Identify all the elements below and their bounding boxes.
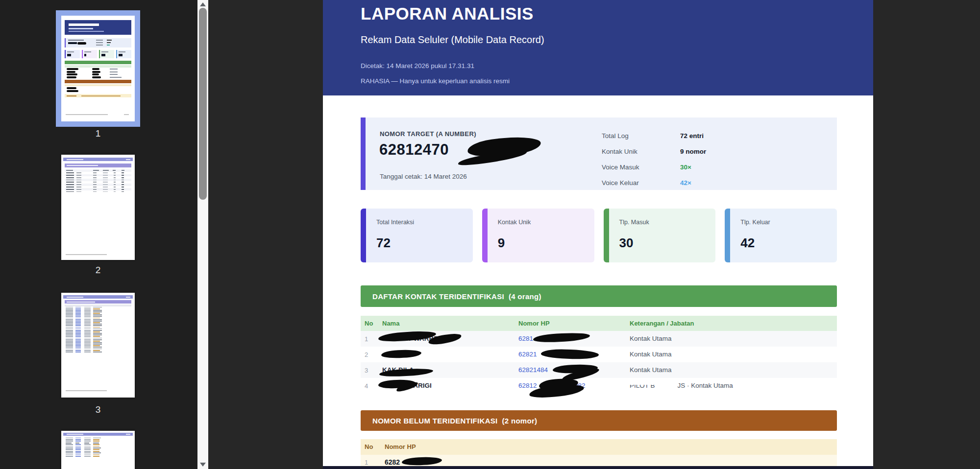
row-phone-link[interactable]: 6281	[518, 335, 533, 342]
row-note: Kontak Utama	[630, 351, 672, 358]
page-bottom-edge	[323, 466, 873, 469]
stat-value: 9 nomor	[680, 148, 706, 155]
row-no: 3	[365, 367, 368, 374]
card-kontak-unik: Kontak Unik 9	[482, 209, 594, 262]
thumbnail-panel: 1 2 3	[0, 0, 197, 469]
card-value: 9	[498, 235, 505, 251]
col-nomor-hp: Nomor HP	[518, 320, 550, 327]
thumbnail-page-3-number[interactable]: 3	[56, 404, 140, 415]
table-row: 1 MBET WARBE 6281 Kontak Utama	[361, 331, 837, 347]
stat-label: Kontak Unik	[602, 148, 680, 155]
redaction-cover	[629, 380, 656, 385]
classification-line: RAHASIA — Hanya untuk keperluan analisis…	[361, 77, 510, 85]
thumbnail-page-4[interactable]	[61, 431, 135, 469]
row-no: 1	[365, 335, 368, 343]
row-phone: 6282	[385, 458, 400, 466]
row-note: Kontak Utama	[630, 335, 672, 342]
table-row: 3 KAK DILA 62821484 Kontak Utama	[361, 362, 837, 378]
scroll-up-icon[interactable]	[200, 2, 206, 6]
card-total-interaksi: Total Interaksi 72	[361, 209, 473, 262]
target-print-date: Tanggal cetak: 14 Maret 2026	[380, 173, 467, 180]
printed-line: Dicetak: 14 Maret 2026 pukul 17.31.31	[361, 62, 474, 70]
stat-value: 42×	[680, 179, 691, 187]
unidentified-table-header: No Nomor HP	[361, 439, 837, 455]
table-row: 2 62821 Kontak Utama	[361, 347, 837, 362]
col-nomor-hp: Nomor HP	[385, 443, 416, 450]
card-tlp-keluar: Tlp. Keluar 42	[725, 209, 837, 262]
card-label: Tlp. Masuk	[619, 219, 649, 226]
scroll-down-icon[interactable]	[200, 463, 206, 467]
scrollbar-thumb[interactable]	[199, 8, 207, 200]
report-subtitle: Rekam Data Seluler (Mobile Data Record)	[361, 34, 544, 46]
thumbnail-rows	[65, 68, 131, 78]
stat-value: 30×	[680, 164, 691, 171]
contacts-section-header: DAFTAR KONTAK TERIDENTIFIKASI (4 orang)	[361, 285, 837, 307]
stat-row: Total Log 72 entri	[602, 128, 832, 143]
table-row: 4 MARIGI 62812 282 PILOT BJS · Kontak Ut…	[361, 378, 837, 394]
target-number-box: NOMOR TARGET (A NUMBER) 62812470 Tanggal…	[361, 117, 837, 190]
row-phone-link[interactable]: 62812	[518, 382, 537, 389]
stat-row: Voice Masuk 30×	[602, 159, 832, 175]
stat-row: Kontak Unik 9 nomor	[602, 143, 832, 159]
thumbnail-page-2-number[interactable]: 2	[56, 265, 140, 276]
row-phone-link[interactable]: 62821484	[518, 366, 548, 374]
thumbnail-page-1-number[interactable]: 1	[56, 128, 140, 139]
stat-row: Voice Keluar 42×	[602, 175, 832, 190]
row-no: 1	[365, 459, 368, 466]
row-note: Kontak Utama	[630, 366, 672, 374]
stat-label: Total Log	[602, 132, 680, 140]
contacts-table-header: No Nama Nomor HP Keterangan / Jabatan	[361, 316, 837, 331]
card-label: Total Interaksi	[376, 219, 414, 226]
stat-label: Voice Keluar	[602, 179, 680, 187]
card-tlp-masuk: Tlp. Masuk 30	[604, 209, 716, 262]
document-page: LAPORAN ANALISIS Rekam Data Seluler (Mob…	[323, 0, 873, 469]
row-note: PILOT BJS · Kontak Utama	[630, 382, 733, 389]
redaction-mark	[381, 350, 422, 359]
report-title: LAPORAN ANALISIS	[361, 4, 534, 23]
redaction-mark	[529, 383, 585, 399]
card-label: Kontak Unik	[498, 219, 531, 226]
card-value: 30	[619, 235, 634, 251]
card-value: 42	[740, 235, 755, 251]
row-phone-link[interactable]: 62821	[518, 351, 537, 358]
row-no: 2	[365, 351, 368, 358]
report-header: LAPORAN ANALISIS Rekam Data Seluler (Mob…	[323, 0, 873, 95]
target-stats: Total Log 72 entri Kontak Unik 9 nomor V…	[602, 128, 832, 190]
contacts-section-title: DAFTAR KONTAK TERIDENTIFIKASI (4 orang)	[361, 292, 541, 301]
col-no: No	[365, 320, 373, 327]
stat-label: Voice Masuk	[602, 164, 680, 171]
summary-cards: Total Interaksi 72 Kontak Unik 9 Tlp. Ma…	[361, 209, 837, 262]
stat-value: 72 entri	[680, 132, 704, 140]
thumbnail-page-2[interactable]	[61, 155, 135, 260]
row-no: 4	[365, 382, 368, 390]
target-number-value: 62812470	[379, 141, 449, 159]
col-keterangan: Keterangan / Jabatan	[630, 320, 694, 327]
card-value: 72	[376, 235, 391, 251]
redaction-mark	[402, 457, 442, 466]
unidentified-section-header: NOMOR BELUM TERIDENTIFIKASI (2 nomor)	[361, 410, 837, 431]
thumbnail-scrollbar[interactable]	[197, 0, 208, 469]
row-note-suffix: JS · Kontak Utama	[678, 382, 733, 389]
redaction-mark	[533, 332, 590, 343]
redaction-mark	[541, 349, 599, 360]
unidentified-section-title: NOMOR BELUM TERIDENTIFIKASI (2 nomor)	[361, 417, 537, 425]
thumbnail-page-1[interactable]	[61, 16, 135, 121]
target-number-label: NOMOR TARGET (A NUMBER)	[380, 130, 476, 138]
col-nama: Nama	[382, 320, 399, 327]
card-label: Tlp. Keluar	[740, 219, 770, 226]
thumbnail-page-3[interactable]	[61, 293, 135, 398]
col-no: No	[365, 443, 373, 450]
